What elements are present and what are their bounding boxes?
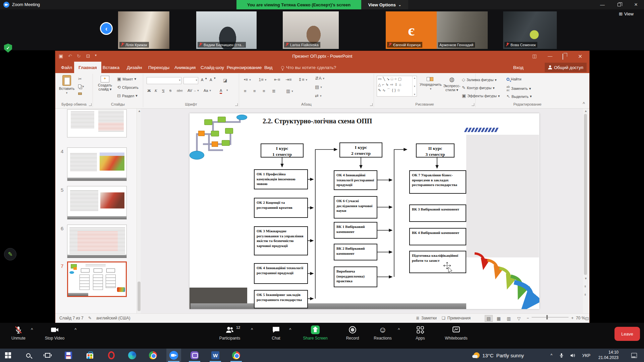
text-direction-button[interactable]: ⇵А▾ [315,76,324,81]
language-indicator[interactable]: УКР [580,349,593,362]
sign-in-link[interactable]: Вход [509,62,528,73]
font-dialog-launcher[interactable] [235,103,238,106]
tab-view[interactable]: Вид [260,62,277,73]
font-color-button[interactable]: А [220,88,222,94]
taskbar-app-floppy[interactable] [61,349,76,362]
shape-outline-button[interactable]: ✎Контур фигуры ▾ [462,85,495,90]
slide-thumbnail[interactable] [67,186,127,220]
shapes-gallery[interactable]: ▭╲↘□○▢ △⌐↳⇨⇩⌂ ✎∿⌒{}☆ ▴▾▾ [377,76,417,97]
annotation-pen-button[interactable]: ✎ [4,248,16,260]
paragraph-dialog-launcher[interactable] [370,103,373,106]
reactions-button[interactable]: ☺ Reactions [364,325,401,341]
taskbar-app-zoom-active[interactable] [166,349,181,362]
align-left-button[interactable]: ≡ [244,88,247,94]
close-button[interactable]: × [628,0,644,9]
ppt-restore-button[interactable] [562,54,563,59]
ribbon-display-options-icon[interactable]: ◫ [532,53,537,59]
reading-view-button[interactable]: ▥ [505,315,513,322]
video-tile[interactable]: Вова Семенюк [503,11,557,49]
whiteboards-button[interactable]: Whiteboards [438,325,475,341]
copy-button[interactable]: ▾ [78,84,84,88]
collapse-ribbon-button[interactable]: ^ [583,101,585,106]
stop-video-button[interactable]: Stop Video [36,325,73,341]
chat-caret[interactable]: ^ [289,327,291,331]
zoom-slider-thumb[interactable] [546,315,548,319]
mic-options-caret[interactable]: ^ [31,327,33,331]
reactions-caret[interactable]: ^ [398,327,400,331]
normal-view-button[interactable]: ▤ [485,315,493,322]
minimize-button[interactable]: — [594,0,610,9]
align-right-button[interactable]: ≡ [263,88,265,94]
video-tile[interactable]: є Євгеній Коричук [386,11,437,49]
tray-mic-icon[interactable] [557,349,566,362]
grow-font-button[interactable]: А▲ [201,78,207,82]
clear-formatting-button[interactable]: ◪ [223,78,227,83]
tab-animations[interactable]: Анимация [170,62,200,73]
character-spacing-button[interactable]: AV↔ ▾ [187,88,199,93]
select-button[interactable]: ↖Выделить ▾ [506,94,532,99]
bullets-button[interactable]: •≡▾ [244,77,251,82]
scroll-up-icon[interactable]: ▲ [138,109,141,113]
shrink-font-button[interactable]: А▼ [210,78,216,82]
next-slide-button[interactable]: ⇟ [584,293,587,296]
video-tile[interactable]: Лілія Крижак [118,11,169,49]
underline-button[interactable]: Ч [162,88,164,93]
video-options-caret[interactable]: ^ [74,327,76,331]
share-screen-button[interactable]: Share Screen [297,325,334,341]
shape-fill-button[interactable]: ◇Заливка фигуры ▾ [462,77,496,82]
reset-button[interactable]: ⟲Сбросить [117,85,139,90]
decrease-indent-button[interactable]: ⇤≡ [274,77,280,82]
quick-styles-button[interactable]: ◍ Экспресс-стили ▾ [442,76,461,92]
restore-button[interactable] [611,0,627,9]
panel-scrollbar[interactable]: ▲ [137,109,141,313]
align-text-button[interactable]: ▤▾ [315,84,322,89]
columns-button[interactable]: ▥▾ [286,88,293,94]
italic-button[interactable]: К [155,88,157,93]
find-button[interactable]: Найти [506,77,521,81]
slide-thumbnail-selected[interactable] [67,261,127,297]
fit-to-window-button[interactable]: ⊡ [585,315,589,322]
cut-button[interactable]: ✂ [78,76,82,81]
layout-button[interactable]: ▣Макет ▾ [117,76,136,81]
align-center-button[interactable]: ≡ [253,88,256,94]
taskbar-app-chrome[interactable] [146,349,160,362]
new-slide-button[interactable]: Создатьслайд ▾ [96,76,114,92]
drawing-dialog-launcher[interactable] [472,103,474,106]
task-view-button[interactable] [40,349,55,362]
canvas-scroll-thumb[interactable] [584,114,587,275]
ppt-close-button[interactable]: ✕ [578,53,582,60]
tell-me-box[interactable]: Что вы хотите сделать? [277,62,340,73]
numbering-button[interactable]: 1≡▾ [259,77,266,82]
text-shadow-button[interactable]: abc [177,88,183,93]
spellcheck-icon[interactable]: ✎ [88,316,92,320]
slide-thumbnail[interactable] [67,225,127,258]
apps-button[interactable]: Apps [402,325,439,341]
justify-button[interactable]: ≣ [272,88,276,94]
zoom-in-button[interactable]: + [571,316,574,320]
section-button[interactable]: ⊟Раздел ▾ [117,93,138,98]
comments-button[interactable]: ❏Примечания [442,316,471,320]
tab-home[interactable]: Главная [74,62,101,73]
clipboard-dialog-launcher[interactable] [89,103,92,106]
increase-indent-button[interactable]: ⇥≡ [285,77,291,82]
change-case-button[interactable]: Aa▾ [204,88,211,93]
search-button[interactable] [21,349,36,362]
shapes-scrollbar[interactable]: ▴▾▾ [412,76,417,96]
previous-videos-button[interactable]: ‹ [100,22,113,35]
tab-review[interactable]: Рецензирование [222,62,266,73]
participants-caret[interactable]: ^ [251,327,253,331]
share-button[interactable]: Общий доступ [545,63,587,72]
action-center-button[interactable] [628,349,640,362]
taskbar-app-edge[interactable] [125,349,140,362]
hidden-icons-button[interactable]: ^ [547,349,555,362]
zoom-slider[interactable] [532,318,569,318]
font-color-dropdown[interactable]: ▾ [226,88,228,92]
ppt-minimize-button[interactable]: — [548,53,552,59]
taskbar-app-viber[interactable] [187,349,202,362]
slide-sorter-view-button[interactable]: ▦ [495,315,503,322]
zoom-percentage[interactable]: 70 % [576,316,585,320]
taskbar-app-chrome-2[interactable] [229,349,244,362]
video-tile[interactable]: Вадим Барчишен (ста... [196,11,257,49]
taskbar-app-opera[interactable] [104,349,119,362]
zoom-out-button[interactable]: − [527,316,529,320]
